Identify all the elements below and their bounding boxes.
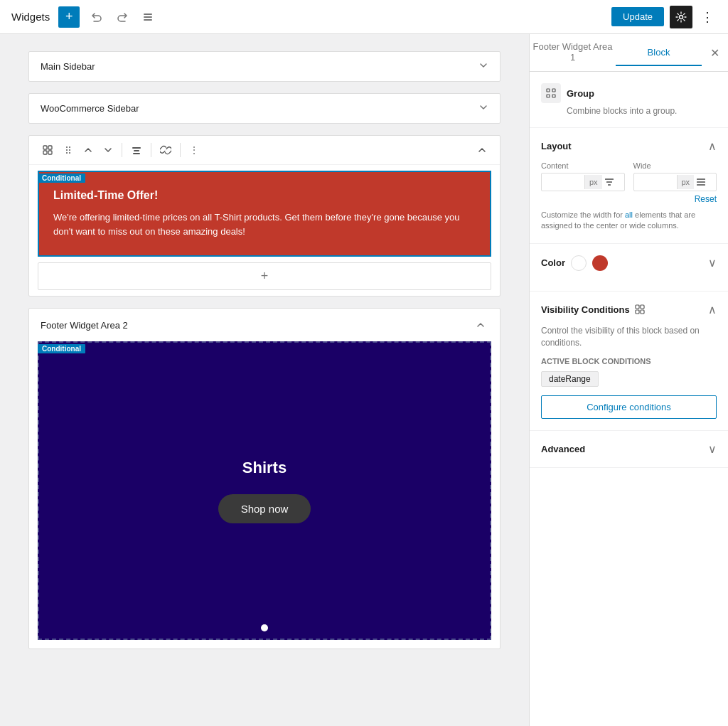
toolbar-divider-2 [151, 143, 151, 157]
align-button[interactable] [127, 142, 146, 159]
content-input-row: px [541, 173, 625, 191]
svg-rect-29 [636, 310, 639, 314]
svg-rect-22 [606, 181, 612, 183]
color-swatch-red[interactable] [592, 255, 608, 271]
main-sidebar-chevron [478, 60, 488, 73]
visibility-section: Visibility Conditions ∧ Control the visi… [530, 292, 728, 432]
settings-button[interactable] [670, 6, 692, 28]
drag-handle-button[interactable] [59, 142, 77, 158]
add-block-inner-button[interactable]: + [38, 262, 491, 290]
panel-close-button[interactable]: ✕ [702, 41, 728, 65]
canvas-area[interactable]: Main Sidebar WooCommerce Sidebar [0, 34, 529, 726]
collapse-section-button[interactable] [473, 142, 491, 158]
color-toggle-button[interactable]: ∨ [708, 256, 717, 269]
visibility-header-row: Visibility Conditions ∧ [541, 303, 717, 316]
svg-rect-5 [48, 146, 52, 149]
visibility-description: Control the visibility of this block bas… [541, 325, 717, 349]
shop-now-button[interactable]: Shop now [218, 494, 311, 523]
promo-block[interactable]: Limited-Time Offer! We're offering limit… [38, 171, 491, 257]
advanced-section: Advanced ∨ [530, 431, 728, 468]
color-swatch-white[interactable] [571, 255, 587, 271]
more-block-options-button[interactable]: ⋮ [185, 142, 203, 159]
svg-rect-4 [43, 146, 47, 149]
add-block-button[interactable]: + [58, 6, 80, 28]
main-sidebar-header[interactable]: Main Sidebar [29, 52, 500, 81]
top-bar-right: Update ⋮ [611, 6, 717, 28]
layout-description: Customize the width for all elements tha… [541, 210, 717, 232]
footer-widget-area-2-section: Footer Widget Area 2 Conditional Shirts … [28, 308, 500, 649]
move-down-button[interactable] [99, 142, 117, 158]
wide-label: Wide [633, 161, 717, 170]
update-button[interactable]: Update [611, 7, 664, 26]
advanced-toggle-button[interactable]: ∨ [708, 442, 717, 456]
reset-button[interactable]: Reset [695, 194, 717, 204]
more-options-button[interactable]: ⋮ [698, 6, 717, 28]
layout-section-label: Layout [541, 141, 572, 151]
content-input[interactable] [542, 174, 584, 190]
all-link[interactable]: all [625, 210, 633, 219]
svg-rect-2 [144, 19, 152, 21]
move-up-button[interactable] [79, 142, 97, 158]
svg-rect-30 [641, 310, 644, 314]
conditional-wrapper: Conditional Limited-Time Offer! We're of… [38, 171, 491, 257]
svg-rect-19 [547, 95, 550, 97]
list-view-button[interactable] [139, 9, 156, 26]
redo-button[interactable] [114, 9, 131, 26]
footer2-chevron[interactable] [473, 317, 488, 333]
svg-rect-7 [48, 151, 52, 154]
woocommerce-sidebar-header[interactable]: WooCommerce Sidebar [29, 94, 500, 123]
layout-header-row: Layout ∧ [541, 139, 717, 153]
svg-rect-24 [697, 178, 705, 180]
woocommerce-sidebar-title: WooCommerce Sidebar [41, 103, 139, 114]
conditional-badge-2: Conditional [38, 341, 85, 354]
visibility-toggle-button[interactable]: ∧ [708, 303, 717, 316]
color-header-row: Color ∨ [541, 255, 717, 271]
active-conditions-label: Active Block Conditions [541, 357, 717, 365]
color-section: Color ∨ [530, 244, 728, 292]
footer2-content-wrapper: Conditional Shirts Shop now [29, 341, 500, 648]
condition-badge: dateRange [541, 371, 599, 387]
wide-align-button[interactable] [694, 174, 708, 191]
woocommerce-sidebar-chevron [478, 102, 488, 114]
main-layout: Main Sidebar WooCommerce Sidebar [0, 34, 728, 726]
group-description: Combine blocks into a group. [567, 106, 717, 116]
layout-fields: Content px Wide px [541, 161, 717, 191]
wide-input[interactable] [634, 174, 677, 190]
svg-point-8 [66, 146, 68, 148]
advanced-section-label: Advanced [541, 444, 585, 454]
toolbar-divider-3 [180, 143, 181, 157]
toolbar-divider-1 [122, 143, 122, 157]
configure-conditions-button[interactable]: Configure conditions [541, 395, 717, 419]
svg-rect-18 [552, 89, 555, 92]
svg-rect-21 [605, 178, 614, 180]
group-icon-button[interactable] [38, 142, 58, 159]
undo-button[interactable] [88, 9, 105, 26]
main-sidebar-title: Main Sidebar [41, 61, 95, 72]
advanced-header-row: Advanced ∨ [541, 442, 717, 456]
content-unit: px [584, 175, 602, 189]
right-panel: Footer Widget Area 1 Block ✕ Group Combi… [529, 34, 728, 726]
footer-widget-area-1-section: ⋮ Conditional Limited-Time Offer! We're … [28, 135, 500, 297]
svg-rect-1 [144, 16, 152, 18]
svg-rect-25 [697, 181, 705, 183]
group-icon [541, 83, 561, 103]
svg-rect-27 [636, 305, 639, 309]
footer2-title: Footer Widget Area 2 [41, 320, 128, 331]
top-bar-left: Widgets + [11, 6, 156, 28]
footer2-conditional-wrapper: Conditional Shirts Shop now [38, 341, 491, 640]
tab-footer-widget-area-1[interactable]: Footer Widget Area 1 [530, 34, 616, 71]
wide-field-group: Wide px [633, 161, 717, 191]
shirts-title: Shirts [242, 459, 287, 477]
footer2-header[interactable]: Footer Widget Area 2 [29, 309, 500, 341]
promo-block-wrapper: Conditional Limited-Time Offer! We're of… [29, 165, 500, 296]
footer2-dark-block[interactable]: Shirts Shop now [38, 341, 491, 640]
visibility-section-label: Visibility Conditions [541, 304, 630, 315]
svg-rect-15 [134, 150, 139, 151]
svg-rect-17 [547, 89, 550, 92]
tab-block[interactable]: Block [616, 40, 702, 66]
layout-toggle-button[interactable]: ∧ [708, 139, 717, 153]
color-row: Color [541, 255, 608, 271]
link-button[interactable] [156, 142, 176, 159]
main-sidebar-section: Main Sidebar [28, 51, 500, 82]
content-align-button[interactable] [602, 174, 616, 191]
